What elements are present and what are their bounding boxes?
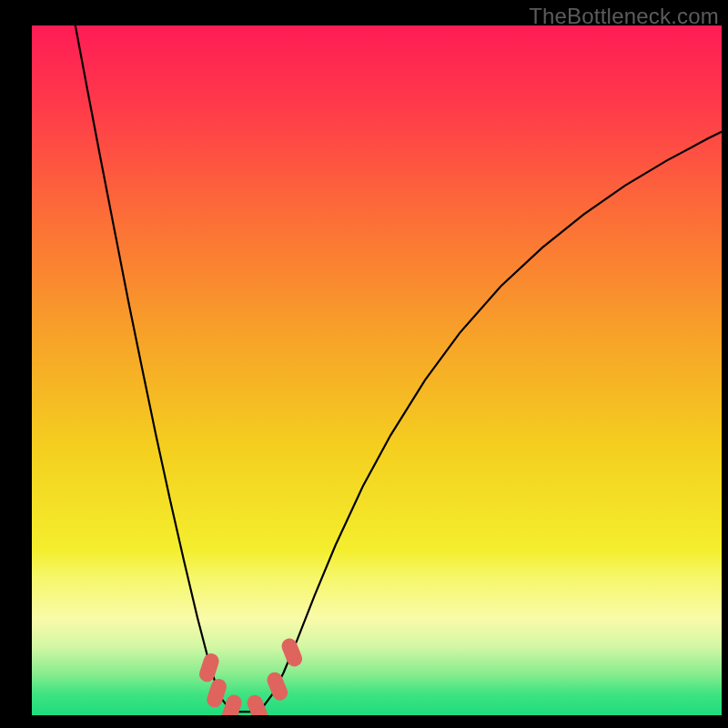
chart-svg <box>32 25 722 715</box>
chart-plot-area <box>32 25 722 715</box>
chart-frame: TheBottleneck.com <box>0 0 728 728</box>
chart-background <box>32 25 722 715</box>
watermark-text: TheBottleneck.com <box>529 4 719 29</box>
